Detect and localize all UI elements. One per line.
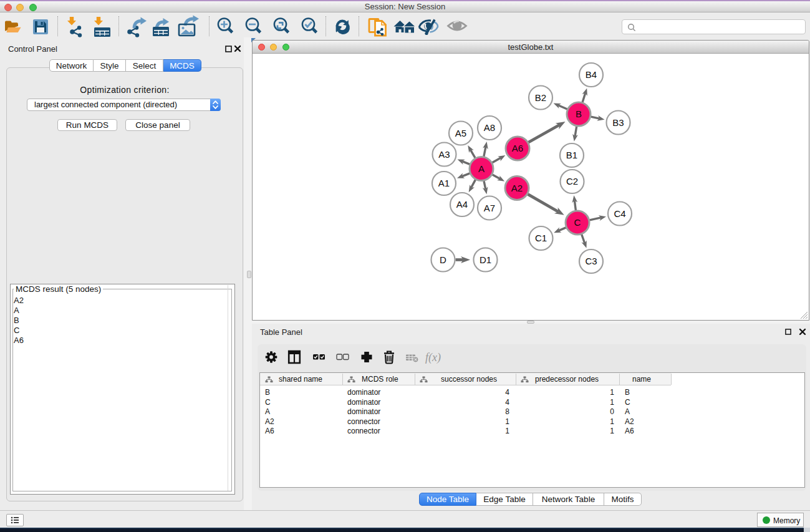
svg-text:B: B <box>576 109 582 119</box>
svg-text:A4: A4 <box>456 199 468 210</box>
svg-text:C3: C3 <box>585 256 597 266</box>
svg-text:B1: B1 <box>566 150 577 160</box>
svg-text:C: C <box>574 217 581 228</box>
svg-text:A: A <box>478 163 485 174</box>
svg-text:B4: B4 <box>586 69 597 80</box>
svg-text:A2: A2 <box>511 183 523 193</box>
svg-text:B2: B2 <box>535 92 546 103</box>
svg-text:C2: C2 <box>566 176 578 186</box>
svg-text:A6: A6 <box>512 143 523 153</box>
svg-text:A7: A7 <box>484 203 495 213</box>
svg-text:A5: A5 <box>455 128 466 138</box>
svg-text:C1: C1 <box>535 233 547 243</box>
svg-text:C4: C4 <box>614 208 625 219</box>
svg-text:A8: A8 <box>484 122 495 133</box>
svg-text:D1: D1 <box>480 254 491 265</box>
svg-text:f(x): f(x) <box>425 351 441 364</box>
svg-text:B3: B3 <box>612 117 624 128</box>
svg-text:D: D <box>440 254 446 265</box>
svg-text:A3: A3 <box>438 149 450 160</box>
svg-text:A1: A1 <box>438 178 450 188</box>
